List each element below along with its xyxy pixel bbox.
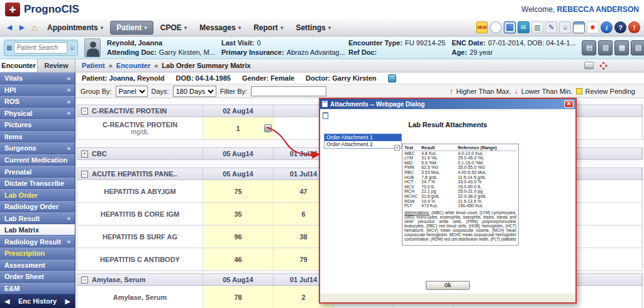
breadcrumb: Patient » Encounter » Lab Order Summary … [75, 59, 644, 72]
sidebar-item-prenatal[interactable]: Prenatal [0, 166, 75, 178]
attachment-item[interactable]: Order Attachment 2 [325, 141, 401, 148]
days-select[interactable]: 180 Days [173, 86, 216, 97]
collapse-icon[interactable]: − [81, 277, 88, 283]
pen-icon[interactable]: ✎ [545, 21, 557, 33]
search-grid-icon[interactable]: ▦ [6, 44, 12, 51]
people-icon[interactable]: ☺ [559, 21, 571, 33]
chevron-right-icon[interactable]: ▶ [65, 297, 70, 305]
sidebar-item-radiology-result[interactable]: Radiology Result» [0, 236, 75, 248]
snowflake-icon[interactable]: ✱ [587, 21, 599, 33]
back-icon[interactable]: ◀ [4, 22, 15, 33]
add-patient-icon[interactable]: ☺ [69, 44, 75, 51]
ok-button[interactable]: ok [426, 281, 470, 290]
window-icon[interactable] [573, 21, 585, 33]
sidebar-item-dictate-transcribe[interactable]: Dictate Transcribe [0, 178, 75, 190]
sidebar-item-hpi[interactable]: HPI» [0, 84, 75, 96]
patient-identity: Reynold, Joanna Attending Doc:Garry Kirs… [107, 39, 215, 56]
table-row: HCT24.7 %33.0-43.0 % [404, 180, 516, 185]
collapse-icon[interactable]: − [81, 171, 88, 178]
sidebar-item-current-medication[interactable]: Current Medication [0, 154, 75, 166]
enc-history-bar[interactable]: ◀ Enc History ▶ [0, 294, 75, 308]
result-cell[interactable]: 1 [203, 117, 274, 139]
chart-button[interactable]: ▧ [631, 40, 644, 55]
sidebar-item-order-sheet[interactable]: Order Sheet [0, 271, 75, 283]
chevron-left-icon[interactable]: ◀ [4, 297, 9, 305]
dialog-title-bar[interactable]: Attachments -- Webpage Dialog × [320, 99, 575, 109]
group-by-select[interactable]: Panel [116, 86, 148, 97]
breadcrumb-encounter[interactable]: Encounter [116, 62, 150, 69]
sidebar-item-pictures[interactable]: Pictures [0, 119, 75, 131]
expand-icon[interactable]: + [394, 145, 400, 151]
menu-label: CPOE [160, 23, 182, 32]
result-cell[interactable]: 96 [203, 225, 274, 248]
sidebar-item-prescription[interactable]: Prescription [0, 248, 75, 260]
result-cell[interactable]: 75 [203, 180, 274, 202]
expand-icon[interactable]: + [81, 151, 88, 157]
review-pending-checkbox[interactable] [576, 88, 582, 94]
attachment-item[interactable]: Order Attachment 1 [325, 134, 401, 141]
result-cell[interactable]: 35 [203, 203, 274, 225]
sidebar-item-assessment[interactable]: Assessment [0, 260, 75, 271]
result-cell[interactable]: 78 [203, 286, 274, 308]
menu-report[interactable]: Report▾ [248, 21, 289, 34]
help-icon[interactable]: ? [614, 21, 626, 33]
menu-patient[interactable]: Patient▾ [110, 21, 153, 35]
encounter-date-icon[interactable] [388, 74, 396, 83]
monitor-icon[interactable] [504, 21, 516, 33]
tab-encounter[interactable]: Encounter [0, 59, 38, 72]
info-icon[interactable]: i [601, 21, 613, 33]
chevron-right-icon: » [67, 145, 70, 152]
date-column-header: 05 Aug14 [203, 168, 274, 180]
menu-cpoe[interactable]: CPOE▾ [155, 21, 193, 34]
printer-icon[interactable] [584, 62, 594, 69]
dob-label: DOB: [175, 74, 193, 82]
visit-info: Last Visit:0 Primary Insurance:Abrazo Ad… [221, 39, 342, 56]
chart-icon[interactable]: ▥ [531, 21, 543, 33]
expand-screen-icon[interactable] [599, 62, 608, 70]
sidebar-item-items[interactable]: Items [0, 131, 75, 143]
filter-input[interactable] [251, 86, 326, 96]
menu-appointments[interactable]: Appointments▾ [42, 21, 109, 34]
sidebar-item-vitals[interactable]: Vitals» [0, 72, 75, 84]
table-row: MID5.9 %M0.1-15.0 %M [404, 161, 516, 166]
user-name[interactable]: REBECCA ANDERSON [557, 5, 639, 14]
breadcrumb-patient[interactable]: Patient [82, 62, 105, 69]
sidebar-item-ros[interactable]: ROS» [0, 96, 75, 108]
patient-label: Patient: [82, 74, 107, 82]
ref-doc-label: Ref Doc: [348, 48, 377, 56]
sidebar-item-lab-matrix[interactable]: Lab Matrix [0, 224, 75, 236]
lab-button[interactable]: ▥ [598, 40, 613, 55]
insurance-value: Abrazo Advantag... [287, 48, 345, 56]
welcome-label: Welcome, [521, 5, 555, 14]
home-icon[interactable]: ⌂ [29, 22, 40, 33]
tab-review[interactable]: Review [38, 59, 75, 72]
patient-name: Reynold, Joanna [107, 39, 162, 47]
table-row: PMN62.5 %G35.0-55.0 %G [404, 165, 516, 170]
column-header: Test [404, 145, 421, 151]
menu-messages[interactable]: Messages▾ [194, 21, 247, 34]
sidebar-item-surgeons[interactable]: Surgeons» [0, 142, 75, 154]
column-header: Result [421, 145, 458, 151]
menu-settings[interactable]: Settings▾ [290, 21, 336, 34]
patient-search-input[interactable] [14, 42, 67, 54]
mail-icon[interactable]: ✉ [518, 21, 530, 33]
sidebar-item-em[interactable]: E&M [0, 283, 75, 295]
result-cell[interactable]: 46 [203, 248, 274, 270]
patient-avatar[interactable] [84, 38, 101, 57]
alert-icon[interactable]: ! [628, 21, 640, 33]
new-badge[interactable]: NEW [476, 21, 488, 33]
date-info: ENC Date:07-01-2014, DOB: 04-14-1... Age… [452, 39, 575, 56]
attachment-icon[interactable] [264, 124, 272, 132]
sidebar-item-physical[interactable]: Physical» [0, 108, 75, 120]
sidebar-item-lab-result[interactable]: Lab Result» [0, 212, 75, 224]
close-icon[interactable]: × [564, 100, 574, 108]
list-button[interactable]: ▤ [582, 40, 596, 55]
forward-icon[interactable]: ▶ [16, 22, 28, 33]
collapse-icon[interactable]: − [81, 108, 88, 115]
sidebar-item-lab-order[interactable]: Lab Order [0, 189, 75, 201]
result-value: 46 [234, 256, 242, 263]
stopwatch-icon[interactable] [490, 21, 502, 33]
export-button[interactable]: ▦ [614, 40, 629, 55]
sidebar-item-radiology-order[interactable]: Radiology Order [0, 201, 75, 213]
chevron-down-icon: ▾ [101, 25, 104, 31]
